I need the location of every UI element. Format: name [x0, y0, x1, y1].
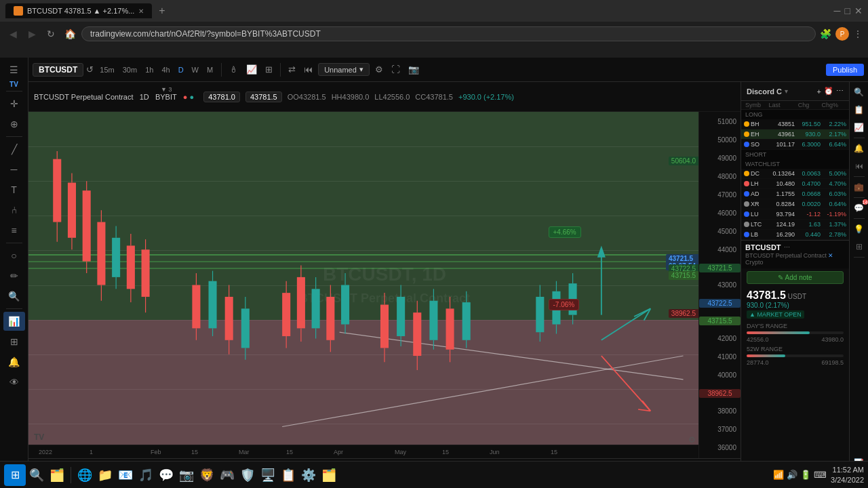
cursor-tool[interactable]: ✛: [3, 94, 25, 113]
tf-1d[interactable]: D: [175, 64, 187, 75]
horizontal-line-tool[interactable]: ─: [3, 160, 25, 179]
watchlist-row-lh[interactable]: LH 10.480 0.4700 4.70%: [741, 179, 849, 189]
zoom-tool[interactable]: 🔍: [3, 287, 25, 306]
taskbar-discord[interactable]: 💬: [157, 466, 176, 485]
start-btn[interactable]: ⊞: [4, 464, 26, 486]
tray-keyboard[interactable]: ⌨: [814, 470, 827, 480]
add-note-btn[interactable]: ✎ Add note: [747, 271, 844, 284]
chart-canvas[interactable]: BTCUSDT, 1DBTCUSDT Perpetual Contract: [28, 112, 741, 458]
restore-btn[interactable]: □: [845, 5, 850, 16]
nav-forward-btn[interactable]: ▶: [24, 28, 39, 39]
tf-1w[interactable]: W: [189, 64, 202, 75]
taskbar-brave[interactable]: 🦁: [197, 466, 216, 485]
price-badge-2[interactable]: 43781.5: [245, 92, 282, 102]
plus-icon[interactable]: +: [817, 87, 821, 96]
taskbar-app3[interactable]: 📋: [279, 466, 298, 485]
tray-battery[interactable]: 🔋: [800, 470, 811, 480]
tf-30m[interactable]: 30m: [119, 64, 140, 75]
nav-home-btn[interactable]: 🏠: [62, 28, 77, 39]
frb-ideas[interactable]: 💡: [852, 222, 867, 237]
frb-trade[interactable]: 💼: [852, 180, 867, 195]
frb-chat[interactable]: 💬 14: [852, 201, 867, 216]
template-tool[interactable]: ⊞: [3, 332, 25, 351]
taskbar-app1[interactable]: 🛡️: [238, 466, 257, 485]
fullscreen-icon[interactable]: ⛶: [389, 63, 403, 76]
text-tool[interactable]: T: [3, 180, 25, 199]
active-tab[interactable]: BTCUSDT 43781.5 ▲ +2.17%... ✕: [5, 3, 152, 18]
watchlist-row-so[interactable]: SO 101.17 6.3000 6.64%: [741, 140, 849, 150]
tf-15m[interactable]: 15m: [96, 64, 117, 75]
watchlist-row-lu[interactable]: LU 93.794 -1.12 -1.19%: [741, 209, 849, 220]
watchlist-row-bh[interactable]: BH 43851 951.50 2.22%: [741, 119, 849, 129]
clock-icon[interactable]: ⏰: [824, 87, 833, 96]
publish-btn[interactable]: Publish: [826, 64, 864, 76]
clock-display[interactable]: 11:52 AM 3/24/2022: [831, 465, 864, 485]
snapshot-icon[interactable]: 📷: [406, 63, 422, 76]
trendline-tool[interactable]: ╱: [3, 140, 25, 159]
taskbar-mail[interactable]: 📧: [116, 466, 135, 485]
refresh-chart-btn[interactable]: ↺: [86, 64, 94, 75]
more-dots-icon[interactable]: ⋯: [836, 87, 844, 96]
taskbar-search[interactable]: 🔍: [27, 466, 46, 485]
tf-4h[interactable]: 4h: [158, 64, 173, 75]
frb-screener[interactable]: ⊞: [852, 239, 867, 254]
watchlist-row-ltc[interactable]: LTC 124.19 1.63 1.37%: [741, 220, 849, 230]
brush-tool[interactable]: ✏: [3, 266, 25, 285]
taskbar-app2[interactable]: 🖥️: [258, 466, 277, 485]
taskbar-widgets[interactable]: 🗂️: [47, 466, 66, 485]
replay-btn[interactable]: ⏮: [301, 63, 315, 76]
tray-volume[interactable]: 🔊: [787, 470, 797, 480]
price-badge-1[interactable]: 43781.0: [203, 92, 240, 102]
watch-tool[interactable]: 👁: [3, 373, 25, 392]
nav-refresh-btn[interactable]: ↻: [43, 28, 58, 39]
menu-btn[interactable]: ☰: [3, 60, 25, 79]
watchlist-row-lb[interactable]: LB 16.290 0.440 2.78%: [741, 230, 849, 240]
alerts-btn[interactable]: ⊞: [262, 63, 275, 76]
crosshair-tool[interactable]: ⊕: [3, 115, 25, 134]
taskbar-app5[interactable]: 🗂️: [319, 466, 338, 485]
svg-rect-65: [429, 301, 437, 340]
settings-icon[interactable]: ⚙: [372, 63, 386, 76]
pitchfork-tool[interactable]: ⑃: [3, 201, 25, 220]
taskbar-spotify[interactable]: 🎵: [136, 466, 155, 485]
unnamed-dropdown-icon: ▾: [359, 65, 363, 74]
more-btn[interactable]: ⋮: [853, 28, 863, 39]
alerts-tool[interactable]: 🔔: [3, 352, 25, 371]
fib-tool[interactable]: ≡: [3, 221, 25, 240]
chart-settings-btn[interactable]: ⚙: [688, 435, 696, 445]
measure-tool[interactable]: ○: [3, 246, 25, 265]
tf-1h[interactable]: 1h: [142, 64, 157, 75]
taskbar-gaming[interactable]: 🎮: [218, 466, 237, 485]
profile-btn[interactable]: P: [835, 27, 849, 41]
chart-type-btn[interactable]: 🕯: [226, 63, 241, 76]
watchlist-row-eh[interactable]: EH 43961 930.0 2.17%: [741, 129, 849, 140]
watchlist-row-dc[interactable]: DC 0.13264 0.0063 5.00%: [741, 169, 849, 179]
tab-close-btn[interactable]: ✕: [138, 7, 144, 15]
minimize-btn[interactable]: ─: [834, 5, 841, 16]
watchlist-row-ad[interactable]: AD 1.1755 0.0668 6.03%: [741, 189, 849, 199]
indicators-btn[interactable]: 📈: [243, 63, 260, 76]
close-btn[interactable]: ✕: [854, 5, 863, 16]
watchlist-row-xr[interactable]: XR 0.8284 0.0020 0.64%: [741, 199, 849, 209]
frb-replay[interactable]: ⏮: [852, 159, 867, 174]
taskbar-camera[interactable]: 📷: [177, 466, 196, 485]
tf-1m-tf[interactable]: M: [203, 64, 216, 75]
new-tab-btn[interactable]: +: [159, 5, 165, 17]
symbol-display[interactable]: BTCUSDT: [33, 63, 83, 77]
taskbar-chrome[interactable]: 🌐: [75, 466, 94, 485]
url-bar[interactable]: tradingview.com/chart/nOAf2Rlt/?symbol=B…: [81, 26, 816, 41]
frb-alerts[interactable]: 🔔: [852, 141, 867, 156]
unnamed-btn[interactable]: Unnamed ▾: [318, 63, 370, 76]
tray-network[interactable]: 📶: [773, 470, 784, 480]
chart-area[interactable]: BTCUSDT Perpetual Contract 1D BYBIT ● ● …: [28, 82, 741, 488]
taskbar-explorer[interactable]: 📁: [96, 466, 115, 485]
frb-search[interactable]: 🔍: [852, 85, 867, 100]
indicator-tool[interactable]: 📊: [3, 312, 25, 331]
frb-watchlist[interactable]: 📋: [852, 102, 867, 117]
nav-back-btn[interactable]: ◀: [5, 28, 20, 39]
taskbar-app4[interactable]: ⚙️: [299, 466, 318, 485]
extension-btn[interactable]: 🧩: [820, 28, 831, 39]
frb-chart[interactable]: 📈: [852, 120, 867, 135]
compare-btn[interactable]: ⇄: [285, 63, 298, 76]
tv-logo-small[interactable]: TV: [9, 81, 18, 88]
